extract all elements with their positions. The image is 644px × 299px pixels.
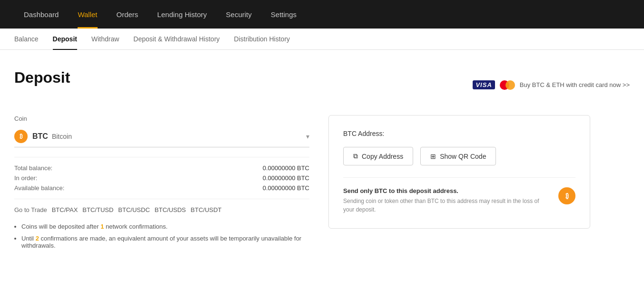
note-1-after: network confirmations.: [104, 223, 168, 230]
nav-item-wallet[interactable]: Wallet: [68, 0, 107, 29]
note-2-after: confirmations are made, an equivalent am…: [21, 235, 301, 249]
in-order-value: 0.00000000 BTC: [263, 174, 309, 182]
copy-icon: [353, 152, 358, 160]
coin-selector[interactable]: ₿ BTC Bitcoin ▾: [14, 126, 309, 147]
available-balance-row: Available balance: 0.00000000 BTC: [14, 184, 309, 192]
trade-pair-btcusdc[interactable]: BTC/USDC: [118, 206, 149, 213]
available-balance-value: 0.00000000 BTC: [263, 184, 309, 192]
trade-pair-btcusds[interactable]: BTC/USDS: [155, 206, 186, 213]
visa-icon: VISA: [473, 80, 495, 89]
note-2-highlight: 2: [36, 235, 39, 242]
dropdown-arrow-icon: ▾: [306, 133, 309, 140]
warning-title: Send only BTC to this deposit address.: [343, 187, 551, 194]
trade-label: Go to Trade: [14, 206, 47, 213]
address-label: BTC Address:: [343, 130, 575, 137]
credit-card-promo: VISA Buy BTC & ETH with credit card now …: [473, 80, 630, 90]
note-2: Until 2 confirmations are made, an equiv…: [21, 235, 309, 249]
copy-address-label: Copy Address: [362, 153, 403, 160]
coin-name: Bitcoin: [52, 133, 72, 140]
subnav-deposit[interactable]: Deposit: [46, 29, 84, 50]
qr-icon: [430, 153, 436, 160]
subnav-withdraw[interactable]: Withdraw: [84, 29, 126, 50]
trade-pair-btcusdt[interactable]: BTC/USDT: [191, 206, 222, 213]
warning-text: Send only BTC to this deposit address. S…: [343, 187, 551, 214]
total-balance-value: 0.00000000 BTC: [263, 164, 309, 172]
warning-desc: Sending coin or token other than BTC to …: [343, 197, 551, 214]
in-order-row: In order: 0.00000000 BTC: [14, 174, 309, 182]
mastercard-icon: [500, 80, 515, 90]
note-2-before: Until: [21, 235, 36, 242]
coin-symbol: BTC: [32, 132, 48, 141]
trade-pair-btctusd[interactable]: BTC/TUSD: [82, 206, 113, 213]
nav-item-orders[interactable]: Orders: [107, 0, 148, 29]
nav-item-dashboard[interactable]: Dashboard: [14, 0, 68, 29]
show-qr-button[interactable]: Show QR Code: [420, 147, 496, 165]
main-content: Deposit VISA Buy BTC & ETH with credit c…: [0, 50, 644, 273]
copy-address-button[interactable]: Copy Address: [343, 147, 413, 165]
trade-pair-btcpax[interactable]: BTC/PAX: [52, 206, 78, 213]
form-section: Coin ₿ BTC Bitcoin ▾ Total balance: 0.00…: [14, 115, 630, 254]
subnav-dep-with-history[interactable]: Deposit & Withdrawal History: [126, 29, 227, 50]
subnav-dist-history[interactable]: Distribution History: [227, 29, 297, 50]
balance-info: Total balance: 0.00000000 BTC In order: …: [14, 157, 309, 199]
subnav-balance[interactable]: Balance: [14, 29, 46, 50]
in-order-label: In order:: [14, 174, 37, 182]
promo-link[interactable]: Buy BTC & ETH with credit card now >>: [520, 81, 630, 88]
page-title: Deposit: [14, 69, 70, 87]
warning-section: Send only BTC to this deposit address. S…: [343, 177, 575, 214]
coin-label: Coin: [14, 115, 309, 122]
note-1-before: Coins will be deposited after: [21, 223, 100, 230]
deposit-notes: Coins will be deposited after 1 network …: [14, 223, 309, 249]
btc-icon: ₿: [14, 130, 28, 143]
right-panel: BTC Address: Copy Address Show QR Code S…: [328, 115, 590, 229]
total-balance-row: Total balance: 0.00000000 BTC: [14, 164, 309, 172]
total-balance-label: Total balance:: [14, 164, 52, 172]
note-1: Coins will be deposited after 1 network …: [21, 223, 309, 230]
mc-circle-right: [505, 80, 515, 90]
page-header: Deposit VISA Buy BTC & ETH with credit c…: [14, 69, 630, 101]
nav-item-settings[interactable]: Settings: [261, 0, 306, 29]
top-nav: Dashboard Wallet Orders Lending History …: [0, 0, 644, 29]
available-balance-label: Available balance:: [14, 184, 64, 192]
sub-nav: Balance Deposit Withdraw Deposit & Withd…: [0, 29, 644, 50]
show-qr-label: Show QR Code: [440, 153, 486, 160]
nav-item-lending-history[interactable]: Lending History: [148, 0, 216, 29]
trade-links: Go to Trade BTC/PAX BTC/TUSD BTC/USDC BT…: [14, 206, 309, 213]
btc-warning-icon: ₿: [558, 187, 575, 204]
address-buttons: Copy Address Show QR Code: [343, 147, 575, 165]
nav-item-security[interactable]: Security: [217, 0, 261, 29]
left-panel: Coin ₿ BTC Bitcoin ▾ Total balance: 0.00…: [14, 115, 309, 254]
